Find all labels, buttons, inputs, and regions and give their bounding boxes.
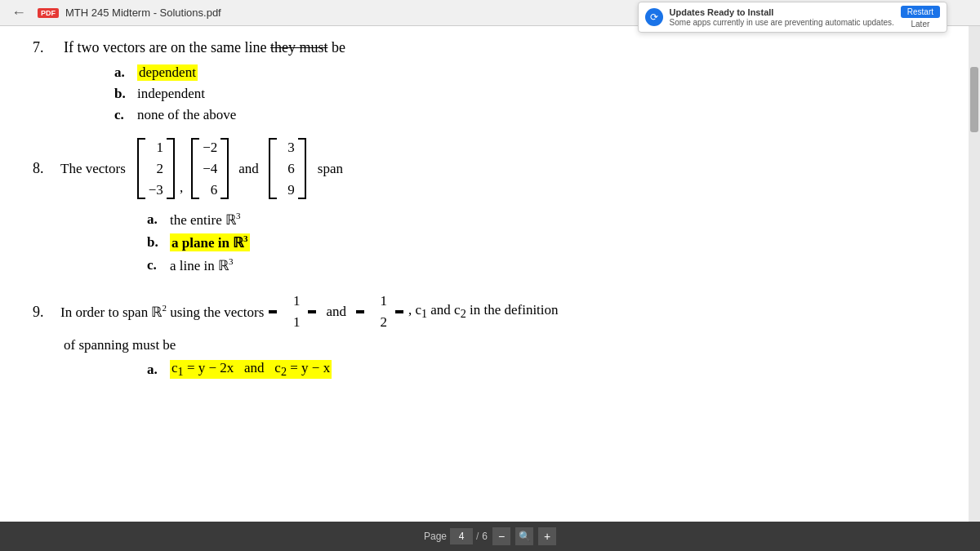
page-total: 6 xyxy=(482,531,488,542)
filename-label: MTH 245 Midterm - Solutions.pdf xyxy=(65,7,221,19)
question-7-row: 7. If two vectors are on the same line t… xyxy=(33,39,947,56)
update-notification: ⟳ Updates Ready to Install Some apps cur… xyxy=(638,2,947,33)
q9-opt-a-letter: a. xyxy=(147,362,170,378)
update-text: Updates Ready to Install Some apps curre… xyxy=(670,7,894,27)
q7-strikethrough: they must xyxy=(270,39,328,56)
q7-option-c: c. none of the above xyxy=(114,107,947,123)
q7-opt-a-text: dependent xyxy=(137,64,198,81)
q9-text-part3: of spanning must be xyxy=(64,337,947,353)
q8-matrix2-vals: −2 −4 6 xyxy=(203,138,217,199)
q8-matrix1-bracket-left xyxy=(137,138,145,199)
q8-number: 8. xyxy=(33,160,56,177)
page-info: Page / 6 xyxy=(424,528,488,544)
update-title: Updates Ready to Install xyxy=(670,7,894,17)
q9-v1-bracket-right xyxy=(308,310,316,313)
q9-opt-a-text: c1 = y − 2x and c2 = y − x xyxy=(170,360,332,379)
q8-and: and xyxy=(238,161,259,177)
q9-v1-vals: 1 1 xyxy=(280,290,305,334)
q7-opt-c-text: none of the above xyxy=(137,107,236,123)
q8-m2-v2: −4 xyxy=(203,159,217,179)
q9-options: a. c1 = y − 2x and c2 = y − x xyxy=(147,360,947,379)
q8-opt-a-text: the entire ℝ3 xyxy=(170,211,240,229)
q9-v2-bracket-left xyxy=(356,310,364,313)
q7-text-part1: If two vectors are on the same line xyxy=(64,39,266,56)
q7-text: If two vectors are on the same line they… xyxy=(64,39,345,56)
q8-opt-c-letter: c. xyxy=(147,257,170,273)
page-label: Page xyxy=(424,531,447,542)
q7-text-part2: be xyxy=(332,39,345,56)
q8-opt-c-text: a line in ℝ3 xyxy=(170,256,234,274)
q8-matrix2-bracket-left xyxy=(191,138,199,199)
q9-v1-top: 1 xyxy=(285,291,300,311)
q8-opt-a-letter: a. xyxy=(147,211,170,228)
zoom-plus-button[interactable]: + xyxy=(538,527,556,545)
q9-v1-bot: 1 xyxy=(285,313,300,332)
q7-options: a. dependent b. independent c. none of t… xyxy=(114,64,947,123)
q8-m3-v3: 9 xyxy=(280,180,295,200)
q8-label: The vectors xyxy=(60,161,126,177)
q8-m1-v1: 1 xyxy=(149,138,163,158)
q8-matrix1: 1 2 −3 xyxy=(137,138,175,199)
q8-matrix3-bracket-left xyxy=(269,138,277,199)
q8-m2-v1: −2 xyxy=(203,138,217,158)
later-button[interactable]: Later xyxy=(901,20,940,29)
q8-matrix1-bracket-right xyxy=(167,138,175,199)
q9-v2-bot: 2 xyxy=(372,313,387,332)
bottom-bar: Page / 6 − 🔍 + xyxy=(0,522,980,551)
q8-option-b: b. a plane in ℝ3 xyxy=(147,233,947,251)
q8-option-c: c. a line in ℝ3 xyxy=(147,256,947,274)
q8-comma1: , xyxy=(180,180,183,199)
q8-matrix-row: 8. The vectors 1 2 −3 , −2 −4 6 xyxy=(33,138,947,199)
q7-opt-a-letter: a. xyxy=(114,64,137,81)
q8-m1-v3: −3 xyxy=(149,180,163,200)
q8-matrix3-vals: 3 6 9 xyxy=(280,138,295,199)
q8-m3-v2: 6 xyxy=(280,159,295,179)
q7-option-a: a. dependent xyxy=(114,64,947,81)
restart-button[interactable]: Restart xyxy=(901,6,940,18)
q8-matrix3: 3 6 9 xyxy=(269,138,306,199)
page-input[interactable] xyxy=(450,528,473,544)
q8-matrix2-bracket-right xyxy=(220,138,229,199)
scrollbar-thumb[interactable] xyxy=(970,67,978,132)
q9-number: 9. xyxy=(33,304,56,321)
q9-text-part2: , c1 and c2 in the definition xyxy=(408,302,559,321)
q8-matrix3-bracket-right xyxy=(298,138,306,199)
q9-vector2: 1 2 xyxy=(356,290,403,334)
q8-matrix1-vals: 1 2 −3 xyxy=(149,138,163,199)
q7-number: 7. xyxy=(33,39,56,56)
q8-option-a: a. the entire ℝ3 xyxy=(147,211,947,229)
scrollbar[interactable] xyxy=(969,26,980,522)
zoom-minus-button[interactable]: − xyxy=(492,527,510,545)
update-buttons: Restart Later xyxy=(901,6,940,29)
q9-v2-bracket-right xyxy=(395,310,403,313)
q9-v2-top: 1 xyxy=(372,291,387,311)
q8-m2-v3: 6 xyxy=(203,180,217,200)
q8-m1-v2: 2 xyxy=(149,159,163,179)
q8-matrix2: −2 −4 6 xyxy=(191,138,229,199)
q7-opt-b-letter: b. xyxy=(114,86,137,102)
q9-v2-vals: 1 2 xyxy=(368,290,392,334)
q8-opt-b-text: a plane in ℝ3 xyxy=(170,233,250,251)
update-icon: ⟳ xyxy=(645,8,663,26)
q9-vector1: 1 1 xyxy=(269,290,316,334)
q9-v1-bracket-left xyxy=(269,310,277,313)
q9-text-part1: In order to span ℝ2 using the vectors xyxy=(60,303,264,321)
q7-opt-b-text: independent xyxy=(137,86,205,102)
question-8-block: 8. The vectors 1 2 −3 , −2 −4 6 xyxy=(33,138,947,273)
q9-main-row: 9. In order to span ℝ2 using the vectors… xyxy=(33,290,947,334)
q8-opt-b-letter: b. xyxy=(147,234,170,251)
q8-span-text: span xyxy=(318,161,343,177)
back-button[interactable]: ← xyxy=(7,2,31,23)
page-separator: / xyxy=(476,531,479,542)
q8-options: a. the entire ℝ3 b. a plane in ℝ3 c. a l… xyxy=(147,211,947,273)
q7-opt-c-letter: c. xyxy=(114,107,137,123)
pdf-badge: PDF xyxy=(38,8,59,18)
q9-option-a: a. c1 = y − 2x and c2 = y − x xyxy=(147,360,947,379)
update-subtitle: Some apps currently in use are preventin… xyxy=(670,18,894,27)
q7-option-b: b. independent xyxy=(114,86,947,102)
question-9-block: 9. In order to span ℝ2 using the vectors… xyxy=(33,290,947,379)
search-button[interactable]: 🔍 xyxy=(515,527,533,545)
main-content: 7. If two vectors are on the same line t… xyxy=(0,26,980,392)
q8-m3-v1: 3 xyxy=(280,138,295,158)
q9-and: and xyxy=(326,304,346,320)
